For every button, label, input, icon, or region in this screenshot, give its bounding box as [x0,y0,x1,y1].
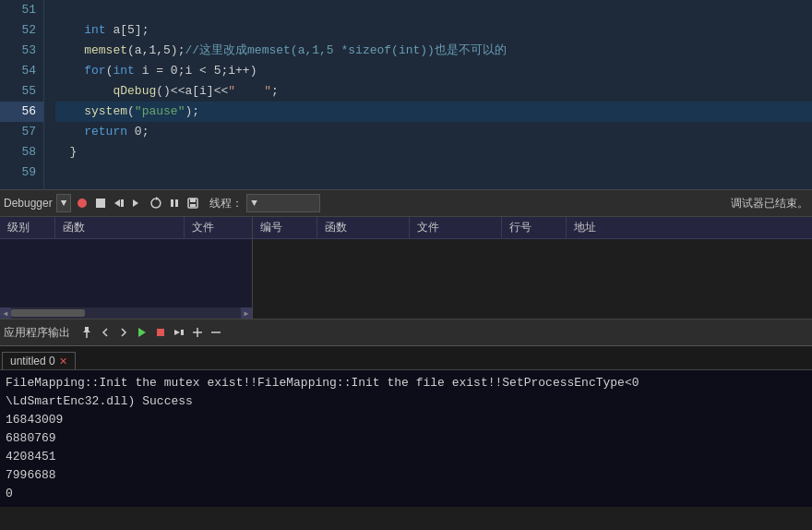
line-57: 57 [0,122,43,142]
code-editor: 51 52 53 54 55 56 57 58 59 int a[5]; mem… [0,0,812,189]
line-52: 52 [0,20,43,41]
code-line-59 [55,163,812,183]
line-55: 55 [0,81,43,102]
output-btn-prev[interactable] [96,324,114,341]
right-header: 编号 函数 文件 行号 地址 [253,217,812,239]
col-function-left: 函数 [55,217,185,238]
debug-btn-1[interactable] [73,195,91,211]
left-scroll-thumb[interactable] [11,309,85,317]
str-spaces: " " [228,84,271,98]
left-header: 级别 函数 文件 [0,217,252,239]
output-btn-add[interactable] [188,324,207,341]
code-plain: ); [185,104,199,118]
output-toolbar: 应用程序输出 [0,319,812,346]
svg-rect-1 [96,199,105,208]
code-line-52: int a[5]; [55,20,812,41]
left-scroll-right[interactable]: ▶ [241,307,252,319]
svg-rect-3 [171,199,173,207]
col-lineno: 行号 [502,217,567,238]
output-line-4: 4208451 [6,448,806,466]
fn-memset: memset [84,43,127,57]
debugger-layout: 级别 函数 文件 ◀ ▶ 编号 [0,217,812,319]
col-number: 编号 [253,217,317,238]
output-line-0: FileMapping::Init the mutex exist!!FileM… [6,374,806,392]
svg-rect-10 [181,330,184,335]
output-btn-stepover[interactable] [170,324,188,341]
line-numbers: 51 52 53 54 55 56 57 58 59 [0,0,44,189]
output-tab-close-icon[interactable]: ✕ [59,355,67,367]
col-file-right: 文件 [410,217,502,238]
output-line-2: 16843009 [6,411,806,429]
keyword-return: return [84,125,127,139]
keyword-for: for [84,64,105,78]
debugger-dropdown[interactable]: ▼ [56,194,72,212]
comment-53: //这里改成memset(a,1,5 *sizeof(int))也是不可以的 [185,43,506,57]
debugger-status: 调试器已结束。 [731,196,808,211]
fn-system: system [84,104,127,118]
line-59: 59 [0,163,43,183]
debug-btn-4[interactable] [128,195,147,211]
code-plain: ( [127,104,135,118]
line-58: 58 [0,142,43,163]
code-line-53: memset(a,1,5);//这里改成memset(a,1,5 *sizeof… [55,41,812,61]
output-tab-bar: untitled 0 ✕ [0,346,812,370]
code-content[interactable]: int a[5]; memset(a,1,5);//这里改成memset(a,1… [44,0,812,189]
svg-point-0 [78,199,87,208]
keyword-int2: int [113,64,134,78]
keyword-int: int [84,23,105,37]
debugger-left-panel: 级别 函数 文件 ◀ ▶ [0,217,253,319]
debug-btn-6[interactable] [165,195,184,211]
line-53: 53 [0,41,43,61]
col-level: 级别 [0,217,55,238]
svg-rect-7 [190,204,196,207]
debug-btn-2[interactable] [91,195,110,211]
debugger-label: Debugger [4,197,53,210]
debug-btn-3[interactable] [110,195,128,211]
code-plain: i = 0;i < 5;i++) [135,64,257,78]
col-address: 地址 [567,217,812,238]
code-line-58: } [55,142,812,163]
output-btn-next[interactable] [114,324,133,341]
output-line-3: 6880769 [6,429,806,448]
code-line-54: for(int i = 0;i < 5;i++) [55,61,812,81]
fn-qdebug: qDebug [113,84,156,98]
debugger-right-panel: 编号 函数 文件 行号 地址 [253,217,812,319]
output-btn-pin[interactable] [78,324,96,341]
output-btn-stop[interactable] [151,324,170,341]
output-line-5: 7996688 [6,466,806,485]
output-btn-remove[interactable] [207,324,225,341]
line-51: 51 [0,0,43,20]
output-tab-untitled[interactable]: untitled 0 ✕ [2,352,76,369]
output-line-6: 0 [6,485,806,503]
code-line-51 [55,0,812,20]
left-scroll-left[interactable]: ◀ [0,307,11,319]
svg-rect-4 [175,199,178,207]
col-file-left: 文件 [185,217,252,238]
output-label: 应用程序输出 [4,325,70,341]
thread-label: 线程： [209,196,243,211]
code-line-57: return 0; [55,122,812,142]
left-scrollbar[interactable]: ◀ ▶ [0,307,252,319]
output-line-1: \LdSmartEnc32.dll) Success [6,392,806,411]
svg-rect-6 [190,199,196,202]
code-brace: } [70,145,78,159]
left-scroll-track[interactable] [11,309,241,317]
debug-btn-7[interactable] [184,195,202,211]
code-plain: ; [271,84,279,98]
code-plain: (a,1,5); [127,43,185,57]
code-plain: ()<<a[i]<< [156,84,228,98]
left-body: ◀ ▶ [0,239,252,319]
thread-dropdown[interactable]: ▼ [246,194,320,212]
debug-btn-5[interactable] [147,195,165,211]
output-btn-run[interactable] [133,324,151,341]
code-plain: a[5]; [113,23,149,37]
line-54: 54 [0,61,43,81]
debugger-toolbar: Debugger ▼ 线程： ▼ 调试器已结束。 [0,189,812,217]
code-line-55: qDebug()<<a[i]<<" "; [55,81,812,102]
output-content: FileMapping::Init the mutex exist!!FileM… [0,370,812,507]
code-plain: 0; [127,125,149,139]
svg-rect-9 [157,329,164,336]
col-function-right: 函数 [317,217,410,238]
str-pause: "pause" [135,104,185,118]
line-56: 56 [0,102,43,122]
